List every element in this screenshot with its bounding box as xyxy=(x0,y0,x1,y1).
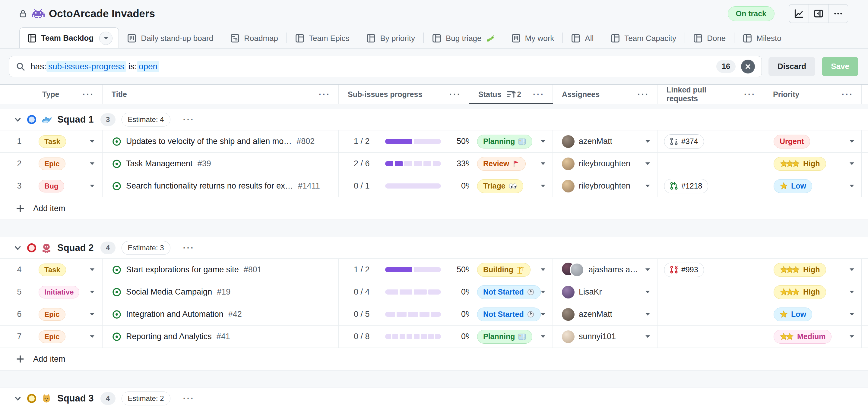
cell-linked-pull-requests[interactable]: #993 xyxy=(657,259,764,281)
cell-linked-pull-requests[interactable] xyxy=(657,153,764,175)
cell-status[interactable]: Triage xyxy=(469,175,553,197)
progress-segment xyxy=(385,139,412,144)
cell-type[interactable]: 3Bug xyxy=(0,175,102,197)
column-menu-button[interactable]: ··· xyxy=(533,90,545,99)
column-header-title[interactable]: Title··· xyxy=(102,84,339,104)
collapse-chevron-icon[interactable] xyxy=(13,394,22,403)
tab-menu-caret[interactable] xyxy=(99,32,113,45)
cell-priority[interactable]: High xyxy=(764,153,862,175)
cell-assignees[interactable]: azenMatt xyxy=(553,130,657,152)
insights-chart-button[interactable] xyxy=(789,4,809,23)
tab-done[interactable]: Done xyxy=(685,28,734,48)
pull-request-link[interactable]: #374 xyxy=(664,134,704,149)
column-header-linked-pull-requests[interactable]: Linked pull requests··· xyxy=(657,84,764,104)
column-header-status[interactable]: Status2··· xyxy=(469,84,553,104)
tab-label: By priority xyxy=(380,34,415,43)
cell-priority[interactable]: Urgent xyxy=(764,130,862,152)
group-menu-button[interactable]: ··· xyxy=(183,394,195,403)
cell-priority[interactable]: High xyxy=(764,259,862,281)
cell-status[interactable]: Planning xyxy=(469,326,553,347)
status-badge[interactable]: On track xyxy=(728,6,775,21)
cell-linked-pull-requests[interactable] xyxy=(657,303,764,325)
dropdown-caret-icon xyxy=(90,313,94,316)
tab-milesto[interactable]: Milesto xyxy=(734,28,789,48)
filter-input[interactable]: has:sub-issues-progress is:open 16 xyxy=(9,56,762,77)
cell-title[interactable]: Start explorations for game site#801 xyxy=(102,259,339,281)
cell-assignees[interactable]: azenMatt xyxy=(553,303,657,325)
collapse-chevron-icon[interactable] xyxy=(13,243,22,252)
save-button[interactable]: Save xyxy=(822,57,858,76)
cell-title[interactable]: Task Management#39 xyxy=(102,153,339,175)
assignee-name: sunnyi101 xyxy=(579,332,616,341)
cell-title[interactable]: Updates to velocity of the ship and alie… xyxy=(102,130,339,152)
tab-bug-triage[interactable]: Bug triage xyxy=(424,28,503,48)
side-panel-button[interactable] xyxy=(809,4,828,23)
cell-type[interactable]: 5Initiative xyxy=(0,281,102,303)
progress-segment xyxy=(420,312,430,317)
cell-type[interactable]: 4Task xyxy=(0,259,102,281)
group-estimate-badge: Estimate: 2 xyxy=(122,391,170,405)
tab-roadmap[interactable]: Roadmap xyxy=(222,28,286,48)
dropdown-caret-icon xyxy=(541,313,545,316)
type-pill: Epic xyxy=(39,330,65,343)
column-header-type[interactable]: Type··· xyxy=(0,84,102,104)
column-menu-button[interactable]: ··· xyxy=(744,90,756,99)
cell-title[interactable]: Search functionality returns no results … xyxy=(102,175,339,197)
header-ellipsis-button[interactable] xyxy=(828,4,848,23)
tab-team-backlog[interactable]: Team Backlog xyxy=(19,27,119,48)
column-menu-button[interactable]: ··· xyxy=(842,90,854,99)
add-item-button[interactable]: Add item xyxy=(0,197,868,219)
cell-type[interactable]: 6Epic xyxy=(0,303,102,325)
tab-all[interactable]: All xyxy=(563,28,602,48)
cell-priority[interactable]: Medium xyxy=(764,326,862,347)
column-header-priority[interactable]: Priority··· xyxy=(764,84,862,104)
cell-priority[interactable]: High xyxy=(764,281,862,303)
cell-title[interactable]: Social Media Campaign#19 xyxy=(102,281,339,303)
avatar-stack xyxy=(562,263,584,277)
priority-stars xyxy=(780,182,788,190)
cell-status[interactable]: Review xyxy=(469,153,553,175)
cell-linked-pull-requests[interactable]: #1218 xyxy=(657,175,764,197)
tab-team-capacity[interactable]: Team Capacity xyxy=(602,28,685,48)
cell-linked-pull-requests[interactable] xyxy=(657,281,764,303)
column-header-assignees[interactable]: Assignees··· xyxy=(553,84,657,104)
clear-filter-button[interactable] xyxy=(741,60,755,73)
tab-team-epics[interactable]: Team Epics xyxy=(287,28,358,48)
dolphin-emoji xyxy=(41,114,52,125)
column-menu-button[interactable]: ··· xyxy=(319,90,331,99)
group-menu-button[interactable]: ··· xyxy=(183,243,195,253)
cell-status[interactable]: Building xyxy=(469,259,553,281)
cell-assignees[interactable]: sunnyi101 xyxy=(553,326,657,347)
cell-assignees[interactable]: LisaKr xyxy=(553,281,657,303)
cell-status[interactable]: Not Started xyxy=(469,281,553,303)
tab-my-work[interactable]: My work xyxy=(503,28,563,48)
tab-by-priority[interactable]: By priority xyxy=(358,28,424,48)
column-menu-button[interactable]: ··· xyxy=(83,90,94,99)
cell-type[interactable]: 1Task xyxy=(0,130,102,152)
column-menu-button[interactable]: ··· xyxy=(450,90,461,99)
group-menu-button[interactable]: ··· xyxy=(183,115,195,125)
add-item-button[interactable]: Add item xyxy=(0,347,868,370)
cell-assignees[interactable]: ajashams and… xyxy=(553,259,657,281)
pull-request-link[interactable]: #1218 xyxy=(664,179,708,193)
cell-linked-pull-requests[interactable] xyxy=(657,326,764,347)
cell-assignees[interactable]: rileybroughten xyxy=(553,175,657,197)
cell-priority[interactable]: Low xyxy=(764,175,862,197)
cell-type[interactable]: 2Epic xyxy=(0,153,102,175)
pull-request-link[interactable]: #993 xyxy=(664,263,704,277)
plus-icon xyxy=(16,354,25,364)
column-menu-button[interactable]: ··· xyxy=(638,90,649,99)
collapse-chevron-icon[interactable] xyxy=(13,115,22,124)
tab-daily-stand-up-board[interactable]: Daily stand-up board xyxy=(119,28,222,48)
discard-button[interactable]: Discard xyxy=(769,57,815,76)
cell-priority[interactable]: Low xyxy=(764,303,862,325)
cell-status[interactable]: Planning xyxy=(469,130,553,152)
cell-assignees[interactable]: rileybroughten xyxy=(553,153,657,175)
cell-title[interactable]: Integration and Automation#42 xyxy=(102,303,339,325)
column-header-sub-issues-progress[interactable]: Sub-issues progress··· xyxy=(339,84,469,104)
cell-type[interactable]: 7Epic xyxy=(0,326,102,347)
progress-segment xyxy=(385,334,391,339)
cell-status[interactable]: Not Started xyxy=(469,303,553,325)
cell-title[interactable]: Reporting and Analytics#41 xyxy=(102,326,339,347)
cell-linked-pull-requests[interactable]: #374 xyxy=(657,130,764,152)
